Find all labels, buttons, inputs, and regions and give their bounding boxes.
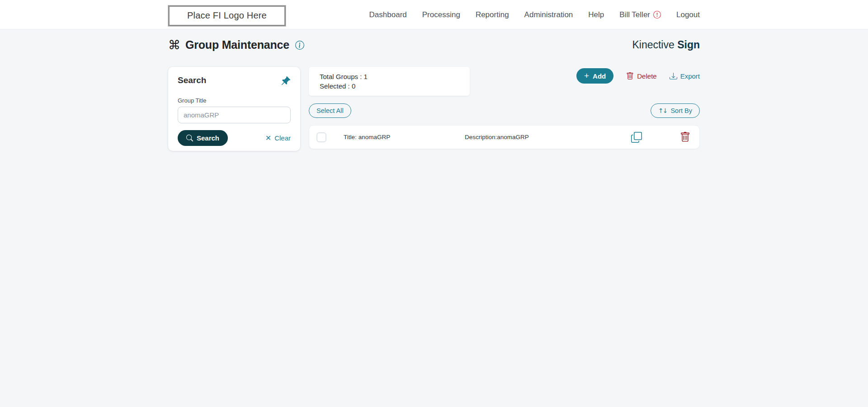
copy-icon <box>631 132 642 143</box>
group-title-label: Group Title <box>178 97 291 104</box>
select-all-button[interactable]: Select All <box>309 103 351 118</box>
nav-reporting[interactable]: Reporting <box>476 10 509 19</box>
clear-button-label: Clear <box>274 134 291 142</box>
group-title-input[interactable] <box>178 107 291 123</box>
nav-user-bill-teller[interactable]: Bill Teller <box>619 10 661 19</box>
selected-label: Selected : <box>320 82 350 90</box>
row-trash-icon <box>680 132 690 142</box>
results-top-row: Total Groups : 1 Selected : 0 + Add <box>309 67 700 96</box>
content-area: Search Group Title Search <box>168 67 700 151</box>
summary-card: Total Groups : 1 Selected : 0 <box>309 67 470 96</box>
results-panel: Total Groups : 1 Selected : 0 + Add <box>309 67 700 149</box>
toolbar: + Add Delete <box>576 68 700 84</box>
search-panel-title: Search <box>178 75 206 85</box>
nav-logout[interactable]: Logout <box>676 10 700 19</box>
nav-processing[interactable]: Processing <box>422 10 460 19</box>
add-button-label: Add <box>593 72 606 80</box>
brand-wordmark: Kinective Sign <box>632 39 700 51</box>
main-content: ⌘ Group Maintenance Kinective Sign Searc… <box>168 38 700 151</box>
search-button-label: Search <box>197 134 219 142</box>
copy-group-button[interactable] <box>631 132 642 143</box>
search-panel: Search Group Title Search <box>168 67 300 151</box>
total-groups-label: Total Groups : <box>320 73 362 80</box>
user-alert-icon <box>653 11 661 19</box>
clear-x-icon: ✕ <box>265 135 271 142</box>
page-title-row: ⌘ Group Maintenance Kinective Sign <box>168 38 700 51</box>
group-list: Title:anomaGRP Description:anomaGRP <box>309 125 700 149</box>
export-button[interactable]: Export <box>670 72 700 80</box>
top-header: Place FI Logo Here Dashboard Processing … <box>0 0 868 29</box>
nav-user-label: Bill Teller <box>619 10 650 19</box>
group-row: Title:anomaGRP Description:anomaGRP <box>309 125 700 149</box>
group-title-cell-label: Title: <box>344 134 357 140</box>
total-groups-value: 1 <box>364 73 368 80</box>
pin-icon[interactable] <box>281 76 291 88</box>
total-groups-line: Total Groups : 1 <box>320 72 459 81</box>
list-controls-row: Select All ↑↓ Sort By <box>309 103 700 118</box>
search-panel-header: Search <box>178 75 291 88</box>
search-actions: Search ✕ Clear <box>178 130 291 146</box>
group-title-cell-value: anomaGRP <box>359 134 391 140</box>
group-maintenance-icon: ⌘ <box>168 39 180 51</box>
page-title: Group Maintenance <box>185 38 289 51</box>
sort-by-button[interactable]: ↑↓ Sort By <box>651 103 700 118</box>
select-all-label: Select All <box>316 107 344 114</box>
selected-value: 0 <box>352 82 355 90</box>
info-icon[interactable] <box>295 41 304 50</box>
fi-logo-placeholder: Place FI Logo Here <box>168 5 286 26</box>
brand-name: Kinective <box>632 39 674 51</box>
download-icon <box>670 72 677 80</box>
sort-arrows-icon: ↑↓ <box>658 107 667 114</box>
page-title-group: ⌘ Group Maintenance <box>168 38 304 51</box>
nav-dashboard[interactable]: Dashboard <box>369 10 407 19</box>
delete-group-button[interactable] <box>680 132 690 142</box>
group-title-cell: Title:anomaGRP <box>344 134 465 140</box>
group-checkbox[interactable] <box>316 132 326 142</box>
group-description-cell: Description:anomaGRP <box>465 134 631 140</box>
delete-button[interactable]: Delete <box>626 72 656 80</box>
selected-count-line: Selected : 0 <box>320 81 459 91</box>
group-description-cell-label: Description: <box>465 134 497 140</box>
main-nav: Dashboard Processing Reporting Administr… <box>369 10 700 19</box>
sort-by-label: Sort By <box>670 107 692 114</box>
search-button[interactable]: Search <box>178 130 228 146</box>
search-icon <box>186 135 193 141</box>
nav-administration[interactable]: Administration <box>524 10 573 19</box>
brand-product: Sign <box>677 39 700 51</box>
clear-button[interactable]: ✕ Clear <box>265 134 291 142</box>
trash-icon <box>626 72 634 80</box>
nav-help[interactable]: Help <box>588 10 604 19</box>
group-row-actions <box>631 132 690 143</box>
header-inner: Place FI Logo Here Dashboard Processing … <box>168 0 700 29</box>
fi-logo-text: Place FI Logo Here <box>187 10 267 21</box>
group-description-cell-value: anomaGRP <box>497 134 529 140</box>
add-button[interactable]: + Add <box>576 68 613 84</box>
export-button-label: Export <box>680 72 700 80</box>
delete-button-label: Delete <box>637 72 656 80</box>
plus-icon: + <box>584 71 589 80</box>
